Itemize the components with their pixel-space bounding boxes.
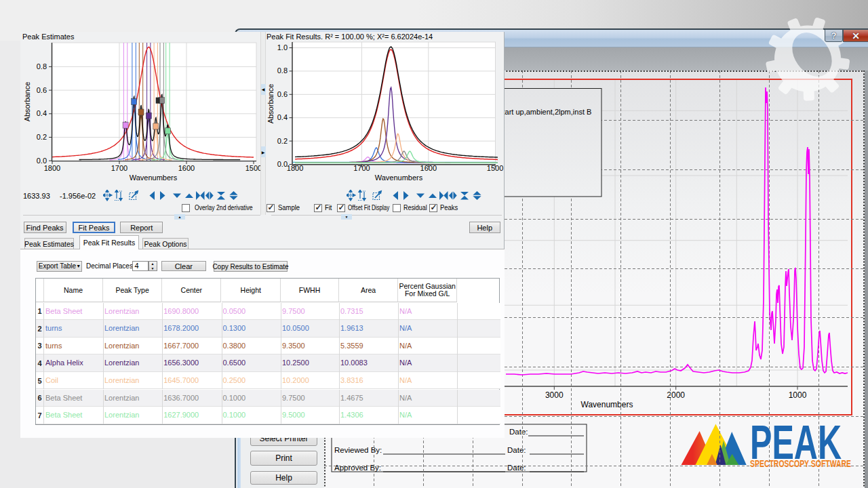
svg-text:1.0: 1.0 <box>277 43 287 52</box>
svg-text:1000: 1000 <box>789 390 807 400</box>
svg-text:1700: 1700 <box>111 164 127 172</box>
svg-text:1700: 1700 <box>353 164 370 172</box>
svg-text:Date:: Date: <box>509 428 528 436</box>
svg-text:0.8: 0.8 <box>37 62 47 70</box>
svg-text:1800: 1800 <box>286 164 302 172</box>
svg-text:0.4: 0.4 <box>37 109 47 117</box>
svg-text:3000: 3000 <box>545 390 564 400</box>
svg-text:1800: 1800 <box>44 164 60 172</box>
svg-text:0.4: 0.4 <box>277 113 287 121</box>
svg-text:0.6: 0.6 <box>277 90 287 98</box>
svg-text:1500: 1500 <box>486 164 502 172</box>
svg-text:start up,ambient,2lpm,inst B: start up,ambient,2lpm,inst B <box>499 108 591 116</box>
svg-text:Wavenumbers: Wavenumbers <box>581 400 633 409</box>
svg-text:Reviewed By:: Reviewed By: <box>334 446 382 454</box>
svg-text:Wavenumbers: Wavenumbers <box>130 174 178 182</box>
svg-text:0.0: 0.0 <box>37 157 47 165</box>
svg-text:0.0: 0.0 <box>277 160 287 168</box>
svg-text:1500: 1500 <box>245 164 260 172</box>
svg-text:Date:: Date: <box>507 446 526 454</box>
svg-text:Absorbance: Absorbance <box>23 82 31 122</box>
svg-text:1600: 1600 <box>178 164 195 172</box>
svg-text:SPECTROSCOPY SOFTWARE: SPECTROSCOPY SOFTWARE <box>750 458 851 469</box>
svg-text:Absorbance: Absorbance <box>267 84 275 124</box>
svg-text:0.2: 0.2 <box>277 137 287 145</box>
svg-text:0.6: 0.6 <box>37 86 47 94</box>
svg-text:0.8: 0.8 <box>277 66 287 75</box>
svg-text:Wavenumbers: Wavenumbers <box>374 174 422 182</box>
svg-text:2000: 2000 <box>667 390 685 400</box>
svg-text:0.2: 0.2 <box>37 133 47 141</box>
svg-text:1600: 1600 <box>420 164 436 172</box>
svg-text:Date:: Date: <box>507 464 526 472</box>
